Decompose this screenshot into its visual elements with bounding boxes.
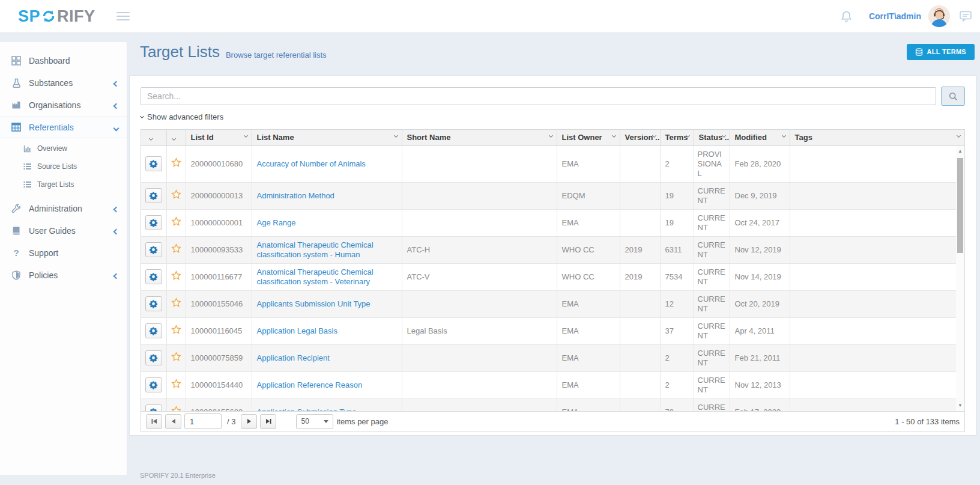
list-name-link[interactable]: Application Recipient [257,353,330,362]
status-cell: CURRENT [694,317,730,344]
list-name-link[interactable]: Anatomical Therapeutic Chemical classifi… [257,240,374,259]
all-terms-button[interactable]: ALL TERMS [907,44,975,60]
table-body: 200000010680 Accuracy of Number of Anima… [141,146,964,411]
page-subtitle: Browse target referential lists [226,50,327,59]
sidebar-item-source-lists[interactable]: Source Lists [0,157,127,175]
last-page-button[interactable] [260,414,276,429]
avatar[interactable] [928,5,950,27]
column-header-modified[interactable]: Modified [730,130,790,145]
favorite-star-icon[interactable] [171,216,181,227]
user-menu[interactable]: CorrIT\admin [869,11,921,21]
modified-cell: Nov 12, 2019 [730,236,790,263]
short-name-cell [402,182,557,209]
vertical-scrollbar[interactable]: ▲ ▼ [956,146,964,411]
favorite-star-icon[interactable] [171,325,181,335]
favorite-star-icon[interactable] [171,157,181,168]
first-page-button[interactable] [146,414,162,429]
column-header-list-id[interactable]: List Id [186,130,252,145]
list-id-cell: 100000155046 [186,290,252,317]
row-settings-cell [141,146,166,183]
dashboard-icon [11,56,22,66]
list-name-link[interactable]: Administration Method [257,191,334,200]
favorite-star-icon[interactable] [171,297,181,308]
sidebar-item-administration[interactable]: Administration [0,197,127,219]
row-settings-cell [141,182,166,209]
sidebar-item-target-lists[interactable]: Target Lists [0,175,127,194]
scrollbar-thumb[interactable] [957,158,963,253]
page-number-input[interactable] [184,413,222,429]
row-settings-button[interactable] [145,377,162,392]
sidebar-item-support[interactable]: ? Support [0,242,127,264]
column-menu-star[interactable] [166,130,186,145]
header-row: List Id List Name Short Name List Owner … [141,130,964,145]
page-size-select[interactable]: 50 [296,414,333,429]
sidebar-item-referentials[interactable]: Referentials [0,116,127,138]
list-name-link[interactable]: Application Legal Basis [257,326,337,335]
hamburger-menu-icon[interactable] [116,10,130,23]
sidebar-item-user-guides[interactable]: User Guides [0,219,127,242]
next-page-button[interactable] [241,414,257,429]
version-cell [620,209,660,236]
row-settings-cell [141,290,166,317]
column-menu-gear[interactable] [141,130,166,145]
tags-cell [790,182,964,209]
feedback-chat-icon[interactable] [960,11,972,22]
modified-cell: Feb 28, 2020 [730,146,790,183]
list-name-link[interactable]: Age Range [257,218,296,227]
column-header-short-name[interactable]: Short Name [402,130,557,145]
column-header-list-owner[interactable]: List Owner [557,130,620,145]
column-header-status[interactable]: Status .. [694,130,730,145]
favorite-star-icon[interactable] [171,189,181,200]
column-header-list-name[interactable]: List Name [252,130,402,145]
pagination-bar: / 3 50 items per page 1 - 50 of 133 item… [141,411,964,432]
column-header-terms[interactable]: Terms [660,130,694,145]
sidebar-subitem-label: Overview [37,144,67,153]
items-per-page-label: items per page [336,417,388,426]
sidebar-item-policies[interactable]: Policies [0,264,127,286]
list-owner-cell: EMA [557,209,620,236]
sidebar-item-dashboard[interactable]: Dashboard [0,49,127,72]
page-size-value: 50 [301,417,309,426]
row-settings-button[interactable] [145,296,162,311]
favorite-cell [166,398,186,411]
table-row: 200000010680 Accuracy of Number of Anima… [141,146,964,183]
search-button[interactable] [941,87,965,106]
list-name-link[interactable]: Application Reference Reason [257,380,363,389]
referentials-submenu: Overview Source Lists Target Lists [0,138,127,197]
list-name-cell: Application Reference Reason [252,371,402,398]
search-input[interactable] [141,87,936,105]
notifications-bell-icon[interactable] [841,10,852,23]
row-settings-button[interactable] [145,350,162,365]
scrollbar-down-arrow[interactable]: ▼ [956,401,964,410]
list-name-link[interactable]: Application Submission Type [257,407,357,411]
column-header-tags[interactable]: Tags [790,130,964,145]
row-settings-button[interactable] [145,188,162,203]
list-name-link[interactable]: Applicants Submission Unit Type [257,299,371,308]
favorite-star-icon[interactable] [171,352,181,362]
grid-body-table: 200000010680 Accuracy of Number of Anima… [141,146,964,411]
short-name-cell [402,209,557,236]
chevron-left-icon [114,204,118,213]
favorite-star-icon[interactable] [171,406,181,411]
row-settings-button[interactable] [145,215,162,230]
row-settings-button[interactable] [145,323,162,338]
previous-page-button[interactable] [165,414,181,429]
chevron-down-icon [611,133,616,138]
row-settings-button[interactable] [145,269,162,284]
row-settings-button[interactable] [145,156,162,171]
row-settings-button[interactable] [145,242,162,257]
favorite-star-icon[interactable] [171,243,181,254]
show-advanced-filters-toggle[interactable]: Show advanced filters [141,112,223,121]
sidebar-item-substances[interactable]: Substances [0,72,127,94]
grid-header-table: List Id List Name Short Name List Owner … [141,130,964,146]
favorite-star-icon[interactable] [171,270,181,281]
tags-cell [790,371,964,398]
list-name-link[interactable]: Anatomical Therapeutic Chemical classifi… [257,267,374,286]
favorite-star-icon[interactable] [171,379,181,389]
sidebar-item-overview[interactable]: Overview [0,139,127,157]
column-header-version[interactable]: Version .. [620,130,660,145]
list-name-link[interactable]: Accuracy of Number of Animals [257,159,366,168]
scrollbar-up-arrow[interactable]: ▲ [956,147,964,156]
sidebar-item-organisations[interactable]: Organisations [0,94,127,116]
row-settings-button[interactable] [145,404,162,411]
